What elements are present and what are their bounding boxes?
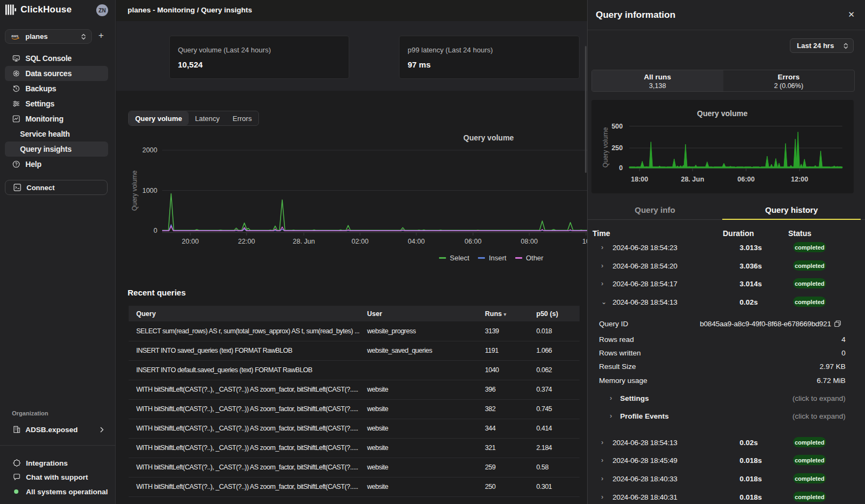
svg-text:250: 250 [611,144,623,152]
svg-text:2000: 2000 [142,146,157,154]
svg-text:02:00: 02:00 [351,238,368,245]
svg-text:0: 0 [154,227,157,234]
svg-text:08:00: 08:00 [521,238,537,245]
svg-text:0: 0 [619,164,623,172]
svg-text:500: 500 [611,123,623,130]
svg-text:18:00: 18:00 [631,176,648,183]
svg-text:Query volume: Query volume [131,170,138,211]
svg-text:20:00: 20:00 [182,238,198,245]
svg-text:28. Jun: 28. Jun [681,176,704,183]
svg-text:aws: aws [11,34,18,38]
svg-text:22:00: 22:00 [238,238,255,245]
svg-text:06:00: 06:00 [737,176,755,183]
svg-text:12:00: 12:00 [791,176,808,183]
svg-text:06:00: 06:00 [464,238,481,245]
svg-text:Query volume: Query volume [697,109,748,118]
svg-text:28. Jun: 28. Jun [292,238,315,245]
svg-text:Query volume: Query volume [602,127,609,167]
svg-text:1000: 1000 [142,187,157,194]
svg-text:04:00: 04:00 [408,238,424,245]
